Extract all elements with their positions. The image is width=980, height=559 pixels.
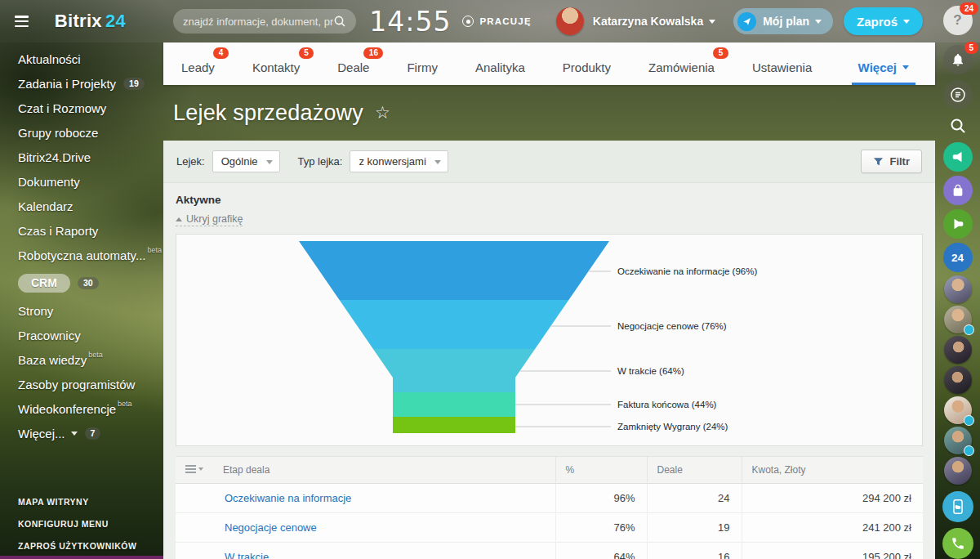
- tab-kontakty[interactable]: Kontakty5: [252, 42, 300, 85]
- funnel-select[interactable]: Ogólnie: [212, 150, 280, 172]
- table-row: Oczekiwanie na informacje96%24294 200 zł: [176, 484, 923, 513]
- sidebar-item-wideokonferencje[interactable]: Wideokonferencjebeta: [0, 396, 163, 421]
- sidebar-item-pracownicy[interactable]: Pracownicy: [0, 323, 163, 347]
- tab-wi-cej[interactable]: Więcej: [858, 42, 909, 85]
- stage-link[interactable]: W trakcie: [225, 551, 269, 559]
- funnel-segment[interactable]: [340, 300, 569, 349]
- sidebar-link-mapa-witryny[interactable]: MAPA WITRYNY: [0, 490, 163, 512]
- filter-button[interactable]: Filtr: [861, 150, 922, 173]
- avatar[interactable]: [556, 7, 584, 35]
- status-icon: [462, 16, 474, 27]
- notifications-badge: 5: [964, 42, 978, 54]
- tab-bar: Leady4Kontakty5Deale16FirmyAnalitykaProd…: [163, 42, 935, 85]
- work-clock[interactable]: 14:55: [369, 6, 451, 38]
- tab-badge: 4: [213, 47, 229, 59]
- mobile-app-button[interactable]: [942, 491, 973, 522]
- tab-badge: 5: [299, 47, 314, 59]
- funnel-segment[interactable]: [393, 417, 515, 433]
- tab-zam-wienia[interactable]: Zamówienia5: [648, 42, 715, 85]
- funnel-segment[interactable]: [373, 349, 535, 392]
- avatar[interactable]: [944, 366, 972, 394]
- sidebar-item-robotyczna-automaty[interactable]: Robotyczna automaty...beta: [0, 243, 163, 267]
- tab-produkty[interactable]: Produkty: [563, 42, 611, 85]
- sidebar-item-zasoby-programist-w[interactable]: Zasoby programistów: [0, 372, 163, 396]
- funnel-segment[interactable]: [393, 392, 515, 417]
- lock-icon: [951, 184, 964, 197]
- search-rail-button[interactable]: [946, 116, 970, 136]
- sidebar-item-grupy-robocze[interactable]: Grupy robocze: [0, 120, 163, 145]
- avatar[interactable]: [944, 396, 972, 424]
- sidebar-item-kalendarz[interactable]: Kalendarz: [0, 194, 163, 218]
- history-icon: [948, 85, 968, 105]
- sidebar-item-czas-i-raporty[interactable]: Czas i Raporty: [0, 218, 163, 243]
- hide-graph-link[interactable]: Ukryj grafikę: [176, 213, 243, 226]
- global-search[interactable]: [173, 9, 356, 34]
- chevron-down-icon: [903, 20, 910, 24]
- announce-button[interactable]: [943, 209, 973, 239]
- sidebar-item-bitrix24-drive[interactable]: Bitrix24.Drive: [0, 145, 163, 169]
- telephony-button[interactable]: [942, 528, 973, 559]
- user-menu[interactable]: Katarzyna Kowalska: [556, 7, 715, 35]
- avatar[interactable]: [944, 336, 972, 364]
- chevron-down-icon: [709, 20, 715, 24]
- stage-amount: 294 200 zł: [742, 484, 923, 513]
- stage-link[interactable]: Negocjacje cenowe: [225, 521, 317, 534]
- sidebar-badge: 30: [78, 277, 99, 289]
- sidebar-item-czat-i-rozmowy[interactable]: Czat i Rozmowy: [0, 96, 163, 120]
- funnel-segment[interactable]: [299, 241, 609, 300]
- my-plan-button[interactable]: Mój plan: [733, 8, 833, 34]
- sidebar-item-baza-wiedzy[interactable]: Baza wiedzybeta: [0, 347, 163, 372]
- chat-badge: [964, 445, 974, 456]
- funnel-label: Zamknięty Wygrany (24%): [617, 422, 728, 432]
- search-icon[interactable]: [333, 15, 346, 28]
- sidebar-link-konfiguruj-menu[interactable]: KONFIGURUJ MENU: [0, 512, 163, 534]
- tab-leady[interactable]: Leady4: [181, 42, 215, 85]
- bitrix24-badge[interactable]: 24: [943, 243, 973, 272]
- bitrix24-logo[interactable]: Bitrix24: [55, 11, 126, 32]
- invite-button[interactable]: Zaproś: [844, 7, 923, 35]
- search-input[interactable]: [183, 16, 333, 28]
- sidebar-item-wi-cej[interactable]: Więcej...7: [0, 421, 163, 445]
- column-header-kwota-z-oty[interactable]: Kwota, Złoty: [742, 457, 923, 484]
- funnel-table: Etap deala%DealeKwota, Złoty Oczekiwanie…: [176, 456, 923, 559]
- stage-link[interactable]: Oczekiwanie na informacje: [225, 492, 351, 504]
- tab-badge: 16: [363, 47, 383, 59]
- help-button[interactable]: ?24: [943, 6, 973, 35]
- work-status[interactable]: PRACUJĘ: [462, 16, 531, 27]
- funnel-type-select[interactable]: z konwersjami: [350, 150, 448, 172]
- avatar[interactable]: [944, 275, 972, 303]
- favorite-star-icon[interactable]: ☆: [375, 103, 390, 123]
- column-header-deale[interactable]: Deale: [647, 457, 742, 484]
- upgrade-plan-button[interactable]: PRZEJDŹ NA WYŻSZY PLAN: [0, 556, 163, 559]
- page-header: Lejek sprzedażowy ☆: [163, 85, 935, 141]
- tab-analityka[interactable]: Analityka: [475, 42, 525, 85]
- column-header-etap-deala[interactable]: Etap deala: [213, 457, 555, 484]
- top-bar: Bitrix24 14:55 PRACUJĘ Katarzyna Kowalsk…: [0, 0, 980, 42]
- column-header-item[interactable]: %: [555, 457, 647, 484]
- sidebar-item-zadania-i-projekty[interactable]: Zadania i Projekty19: [0, 71, 163, 96]
- menu-icon[interactable]: [15, 16, 29, 27]
- table-menu-icon[interactable]: [185, 465, 203, 473]
- marketing-button[interactable]: [943, 142, 973, 172]
- chevron-down-icon: [434, 160, 441, 164]
- stage-pct: 76%: [555, 513, 647, 543]
- chevron-down-icon: [815, 20, 822, 24]
- tab-ustawienia[interactable]: Ustawienia: [752, 42, 812, 85]
- stage-deals: 16: [647, 543, 742, 559]
- sidebar-item-aktualno-ci[interactable]: Aktualności: [0, 47, 163, 71]
- notifications-button[interactable]: 5: [943, 45, 973, 74]
- funnel-label: W trakcie (64%): [617, 366, 684, 376]
- tab-deale[interactable]: Deale16: [337, 42, 369, 85]
- avatar[interactable]: [944, 457, 972, 485]
- avatar[interactable]: [944, 306, 972, 333]
- sidebar-link-zapro-u-ytkownik-w[interactable]: ZAPROŚ UŻYTKOWNIKÓW: [0, 534, 163, 557]
- tab-firmy[interactable]: Firmy: [407, 42, 438, 85]
- avatar[interactable]: [944, 427, 972, 454]
- sidebar-item-crm[interactable]: CRM30: [0, 271, 163, 295]
- security-button[interactable]: [943, 176, 973, 205]
- sidebar-item-strony[interactable]: Strony: [0, 298, 163, 323]
- sidebar-item-dokumenty[interactable]: Dokumenty: [0, 169, 163, 194]
- history-button[interactable]: [943, 80, 973, 110]
- main-area: Leady4Kontakty5Deale16FirmyAnalitykaProd…: [163, 42, 935, 559]
- bell-icon: [951, 52, 965, 67]
